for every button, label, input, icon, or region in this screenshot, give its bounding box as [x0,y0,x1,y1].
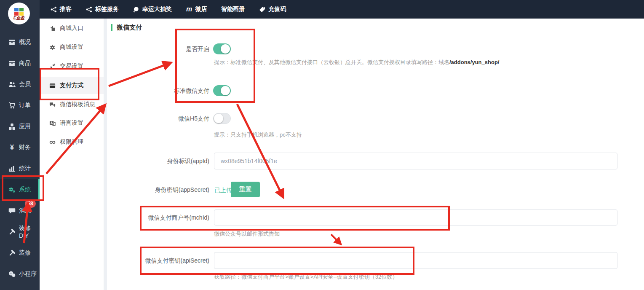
appsecret-uploaded-status: 已上传 [214,187,232,194]
submenu-item-label: 权限管理 [60,138,83,146]
title-accent-bar [111,24,112,31]
topnav-item-lucky-draw[interactable]: 幸运大抽奖 [133,5,172,13]
sidebar-item-decorate[interactable]: 装修 [0,242,40,263]
sidebar-item-finance[interactable]: ¥ 财务 [0,137,40,158]
sidebar-item-label: 财务 [19,144,31,151]
sidebar-item-label: 装修 [19,249,31,257]
topnav-label: 智能画册 [221,5,245,13]
decorate-icon [8,250,16,257]
logo: E企盈 [8,3,30,24]
sidebar-item-miniprogram[interactable]: 小程序 [0,263,40,285]
sidebar-item-label: 小程序 [19,270,37,278]
submenu-item-language-settings[interactable]: 语言设置 [40,115,104,132]
topnav-item-label-service[interactable]: 标签服务 [86,5,119,13]
submenu-item-label: 微信模板消息 [60,101,95,108]
appid-label: 身份标识(appId) [107,157,209,165]
standard-pay-toggle[interactable] [213,85,231,96]
mchid-hint: 微信公众号以邮件形式告知 [214,230,280,238]
goods-icon [8,60,16,67]
enable-hint: 提示：标准微信支付、及其他微信支付接口（云收银）总开关。微信支付授权目录填写路径… [214,59,499,66]
page-title: 微信支付 [111,24,142,32]
members-icon [8,81,16,88]
page-title-text: 微信支付 [117,24,142,32]
sidebar-item-label: 商品 [19,59,31,67]
apps-icon [8,123,16,130]
lucky-draw-icon [133,6,139,13]
submenu-item-label: 语言设置 [60,119,83,127]
share-icon [51,6,57,13]
sidebar-item-label: 消息 [19,207,31,215]
language-icon [49,120,56,126]
submenu-item-trade-settings[interactable]: 交易设置 [40,58,104,75]
submenu-item-label: 支付方式 [60,82,83,89]
orders-icon [8,102,16,109]
sidebar-item-label: 统计 [19,165,31,172]
weidian-m-icon: m [186,6,192,13]
submenu-item-label: 商城设置 [60,43,83,51]
submenu-item-mall-entrance[interactable]: 商城入口 [40,20,104,37]
enable-hint-path: /addons/yun_shop/ [449,59,499,65]
top-navbar: 推客 标签服务 幸运大抽奖 m 微店 智能画册 充值码 [0,0,644,19]
sidebar-item-label: 应用 [19,123,31,130]
sidebar-item-label: 装修DIY [19,225,40,239]
enable-label: 是否开启 [107,45,209,53]
apisecret-hint: 获取路径：微信支付商户平台>账户设置>API安全--设置支付密钥（32位数） [214,273,398,281]
system-gears-icon [8,186,16,193]
permission-icon [49,139,56,145]
topnav-item-recharge-code[interactable]: 充值码 [259,5,286,13]
submenu-item-wechat-template[interactable]: 微信模板消息 [40,96,104,113]
main-sidebar: E企盈 概况 商品 会员 订单 应用 ¥ 财务 统计 [0,0,40,290]
sidebar-item-goods[interactable]: 商品 [0,53,40,74]
decorate-diy-icon [8,228,16,236]
h5-hint: 提示：只支持手机浏览器，pc不支持 [214,131,302,139]
apisecret-input[interactable] [214,252,617,269]
submenu-item-payment-method[interactable]: 支付方式 [40,77,104,94]
logo-mark [14,8,24,16]
standard-pay-label: 标准微信支付 [107,86,209,95]
sidebar-item-label: 订单 [19,102,31,109]
miniprogram-icon [8,271,16,278]
messages-badge: 58 [25,199,36,208]
overview-icon [8,39,16,46]
mall-entrance-icon [49,25,56,32]
topnav-item-tuike[interactable]: 推客 [51,5,72,13]
mall-settings-icon [49,44,56,51]
wechat-pay-settings-panel: 微信支付 是否开启 提示：标准微信支付、及其他微信支付接口（云收银）总开关。微信… [107,19,644,290]
appid-input[interactable] [214,153,617,169]
panel-divider [104,19,107,290]
trade-settings-icon [49,63,56,70]
sidebar-item-apps[interactable]: 应用 [0,116,40,137]
submenu-item-label: 交易设置 [60,62,83,70]
system-submenu: 商城入口 商城设置 交易设置 支付方式 微信模板消息 语言设置 权限管理 [40,19,104,290]
sidebar-item-decorate-diy[interactable]: 装修DIY [0,221,40,242]
reset-button[interactable]: 重置 [231,182,260,197]
submenu-item-permission[interactable]: 权限管理 [40,134,104,150]
app-window: 推客 标签服务 幸运大抽奖 m 微店 智能画册 充值码 E企盈 [0,0,644,290]
logo-text: E企盈 [13,16,25,21]
submenu-item-mall-settings[interactable]: 商城设置 [40,39,104,56]
topnav-label: 幸运大抽奖 [142,5,172,13]
topnav-label: 充值码 [268,5,286,13]
sidebar-item-members[interactable]: 会员 [0,74,40,95]
topnav-item-smart-album[interactable]: 智能画册 [221,5,245,13]
mchid-input[interactable] [214,209,617,226]
apisecret-label: 微信支付密钥(apiSecret) [107,256,209,265]
h5-pay-toggle[interactable] [213,113,231,124]
sidebar-item-label: 会员 [19,81,31,88]
finance-icon: ¥ [8,144,16,151]
enable-hint-text: 提示：标准微信支付、及其他微信支付接口（云收银）总开关。微信支付授权目录填写路径… [214,59,449,65]
tag-icon [259,6,265,13]
sidebar-item-overview[interactable]: 概况 [0,32,40,53]
h5-pay-label: 微信H5支付 [107,114,209,123]
mchid-label: 微信支付商户号(mchId) [107,213,209,222]
share-icon [86,6,92,13]
enable-toggle[interactable] [213,43,231,54]
topnav-label: 微店 [195,5,207,13]
sidebar-item-system[interactable]: 系统 [0,179,40,200]
submenu-item-label: 商城入口 [60,24,83,32]
appsecret-label: 身份密钥(appSecret) [107,185,209,194]
sidebar-item-stats[interactable]: 统计 [0,158,40,179]
topnav-item-weidian[interactable]: m 微店 [186,5,207,13]
sidebar-item-orders[interactable]: 订单 [0,95,40,116]
sidebar-item-label: 系统 [19,186,31,193]
